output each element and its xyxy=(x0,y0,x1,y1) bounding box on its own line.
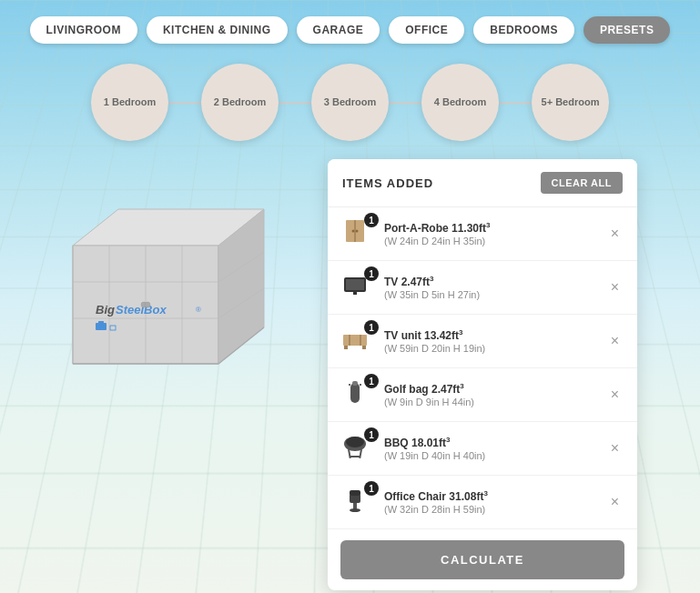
item-info-5: BBQ 18.01ft3 (W 19in D 40in H 40in) xyxy=(384,436,596,461)
item-name: Office Chair 31.08ft3 xyxy=(384,489,596,503)
item-dims: (W 24in D 24in H 35in) xyxy=(384,236,596,246)
item-dims: (W 59in D 20in H 19in) xyxy=(384,343,596,354)
bedroom-connector xyxy=(387,102,423,104)
item-remove-2[interactable]: × xyxy=(605,277,624,297)
item-remove-6[interactable]: × xyxy=(605,492,624,512)
panel-title: ITEMS ADDED xyxy=(342,176,433,190)
item-icon-wrap-3: 1 xyxy=(340,324,375,358)
svg-rect-33 xyxy=(344,346,348,349)
item-name: TV 2.47ft3 xyxy=(384,275,596,288)
bedroom-presets: 1 Bedroom2 Bedroom3 Bedroom4 Bedroom5+ B… xyxy=(0,55,700,159)
svg-rect-30 xyxy=(343,335,367,346)
item-row: 1Golf bag 2.47ft3 (W 9in D 9in H 44in)× xyxy=(328,368,637,422)
item-dims: (W 32in D 28in H 59in) xyxy=(384,504,596,515)
item-icon-wrap-4: 1 xyxy=(340,377,375,412)
item-row: 1TV unit 13.42ft3 (W 59in D 20in H 19in)… xyxy=(328,315,637,368)
clear-all-button[interactable]: CLEAR ALL xyxy=(541,172,623,194)
item-icon-wrap-2: 1 xyxy=(340,270,375,305)
svg-text:®: ® xyxy=(196,306,201,314)
item-icon-wrap-1: 1 xyxy=(340,216,375,251)
item-row: 1TV 2.47ft3 (W 35in D 5in H 27in)× xyxy=(328,261,637,315)
item-badge: 1 xyxy=(364,213,379,227)
svg-rect-18 xyxy=(98,321,104,325)
panel-header: ITEMS ADDED CLEAR ALL xyxy=(328,159,637,206)
svg-point-22 xyxy=(145,302,150,307)
bedroom-connector xyxy=(277,102,313,104)
svg-point-40 xyxy=(346,437,364,447)
item-info-2: TV 2.47ft3 (W 35in D 5in H 27in) xyxy=(384,275,596,300)
nav-tab-presets[interactable]: PRESETS xyxy=(583,16,671,44)
container-illustration: Big SteelBox ® xyxy=(18,159,309,432)
item-row: 1Office Chair 31.08ft3 (W 32in D 28in H … xyxy=(328,476,637,529)
svg-rect-34 xyxy=(362,346,366,349)
item-dims: (W 9in D 9in H 44in) xyxy=(384,397,596,407)
top-nav: LIVINGROOMKITCHEN & DININGGARAGEOFFICEBE… xyxy=(0,0,700,55)
bedroom-preset-4bed[interactable]: 4 Bedroom xyxy=(421,64,499,141)
svg-rect-28 xyxy=(346,279,364,290)
nav-tab-office[interactable]: OFFICE xyxy=(389,16,464,44)
bedroom-preset-5bed[interactable]: 5+ Bedroom xyxy=(532,64,609,141)
item-badge: 1 xyxy=(364,427,379,442)
item-remove-4[interactable]: × xyxy=(605,385,624,405)
item-dims: (W 19in D 40in H 40in) xyxy=(384,450,596,461)
item-info-3: TV unit 13.42ft3 (W 59in D 20in H 19in) xyxy=(384,328,596,354)
item-badge: 1 xyxy=(364,374,379,388)
calculate-button[interactable]: CALCULATE xyxy=(340,540,624,579)
item-name: TV unit 13.42ft3 xyxy=(384,328,596,342)
item-info-4: Golf bag 2.47ft3 (W 9in D 9in H 44in) xyxy=(384,382,596,407)
item-name: BBQ 18.01ft3 xyxy=(384,436,596,449)
svg-point-26 xyxy=(356,230,359,233)
item-row: 1Port-A-Robe 11.30ft3 (W 24in D 24in H 3… xyxy=(328,207,637,261)
item-badge: 1 xyxy=(364,481,379,496)
svg-rect-35 xyxy=(350,383,360,403)
bedroom-connector xyxy=(497,102,533,104)
nav-tab-garage[interactable]: GARAGE xyxy=(297,16,380,44)
nav-tab-bedrooms[interactable]: BEDROOMS xyxy=(473,16,574,44)
item-info-6: Office Chair 31.08ft3 (W 32in D 28in H 5… xyxy=(384,489,596,515)
svg-text:Big: Big xyxy=(96,303,115,317)
item-list: 1Port-A-Robe 11.30ft3 (W 24in D 24in H 3… xyxy=(328,206,637,529)
item-icon-wrap-5: 1 xyxy=(340,431,375,466)
bedroom-preset-2bed[interactable]: 2 Bedroom xyxy=(201,64,279,141)
svg-rect-45 xyxy=(350,490,360,496)
svg-rect-36 xyxy=(352,381,358,386)
container-svg: Big SteelBox ® xyxy=(27,191,300,400)
item-badge: 1 xyxy=(364,320,379,335)
bedroom-connector xyxy=(167,102,203,104)
items-panel: ITEMS ADDED CLEAR ALL 1Port-A-Robe 11.30… xyxy=(328,159,637,590)
item-remove-5[interactable]: × xyxy=(605,438,624,458)
svg-point-25 xyxy=(352,230,355,233)
item-badge: 1 xyxy=(364,266,379,281)
svg-rect-19 xyxy=(110,326,116,330)
svg-rect-29 xyxy=(353,292,357,295)
bedroom-preset-1bed[interactable]: 1 Bedroom xyxy=(91,64,168,141)
item-remove-3[interactable]: × xyxy=(605,331,624,351)
main-content: Big SteelBox ® ITEMS ADDED CLEAR ALL 1Po… xyxy=(0,159,700,590)
nav-tab-livingroom[interactable]: LIVINGROOM xyxy=(30,16,137,44)
bedroom-preset-3bed[interactable]: 3 Bedroom xyxy=(311,64,389,141)
item-info-1: Port-A-Robe 11.30ft3 (W 24in D 24in H 35… xyxy=(384,221,596,246)
nav-tab-kitchen[interactable]: KITCHEN & DINING xyxy=(147,16,288,44)
svg-point-47 xyxy=(350,508,360,512)
item-dims: (W 35in D 5in H 27in) xyxy=(384,289,596,300)
item-icon-wrap-6: 1 xyxy=(340,485,375,519)
item-name: Golf bag 2.47ft3 xyxy=(384,382,596,396)
item-remove-1[interactable]: × xyxy=(605,224,624,244)
item-row: 1BBQ 18.01ft3 (W 19in D 40in H 40in)× xyxy=(328,422,637,476)
item-name: Port-A-Robe 11.30ft3 xyxy=(384,221,596,235)
